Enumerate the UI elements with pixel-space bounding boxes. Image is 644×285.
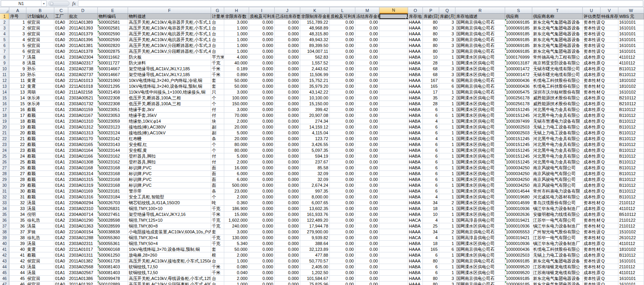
cell[interactable]: 17 xyxy=(9,113,26,118)
cell[interactable]: Q xyxy=(601,223,618,229)
cell[interactable]: 11,506.99 xyxy=(300,72,330,78)
cell[interactable]: 1000069185 xyxy=(505,276,532,282)
cell[interactable]: 0.000 xyxy=(249,194,275,200)
cell[interactable] xyxy=(379,101,408,107)
cell[interactable]: 资本性设 xyxy=(583,282,601,285)
cell[interactable] xyxy=(379,153,408,159)
cell[interactable]: HAAA xyxy=(408,19,423,25)
cell[interactable]: Q xyxy=(601,153,618,159)
cell[interactable]: 无锡上力电工设备有限公 xyxy=(532,130,583,136)
cell[interactable]: 青岛汉缆股份有限公司 xyxy=(532,200,583,206)
cell[interactable]: 0.00 xyxy=(355,270,379,276)
cell[interactable]: HACA xyxy=(408,217,423,223)
cell[interactable]: 388.64 xyxy=(300,241,330,247)
cell[interactable]: 2610122 xyxy=(618,235,644,241)
cell[interactable]: 河北黑牛电力金具有限公 xyxy=(532,142,583,148)
cell[interactable]: HAAA xyxy=(408,25,423,31)
cell[interactable]: 0.00 xyxy=(330,43,355,49)
row-header-44[interactable]: 44 xyxy=(0,264,9,270)
cell[interactable]: 500102889 xyxy=(98,282,128,285)
cell[interactable]: 0.040 xyxy=(224,270,249,276)
column-header-I[interactable]: I xyxy=(249,7,275,14)
cell[interactable]: 0.00 xyxy=(355,118,379,124)
cell[interactable]: HAAA xyxy=(408,78,423,83)
row-header-47[interactable]: 47 xyxy=(0,282,9,285)
cell[interactable]: 0.000 xyxy=(249,31,275,37)
cell[interactable] xyxy=(379,182,408,188)
cell[interactable]: 1 xyxy=(439,252,455,258)
cell[interactable]: B210112 xyxy=(618,95,644,101)
cell[interactable]: 1000005475 xyxy=(505,89,532,95)
cell[interactable]: 1 xyxy=(439,136,455,142)
cell[interactable]: 1 xyxy=(439,148,455,153)
cell[interactable]: 6 xyxy=(423,153,439,159)
cell[interactable]: 50.000 xyxy=(224,78,249,83)
cell[interactable]: 成本性原 xyxy=(583,66,601,72)
cell[interactable]: 1,602.000 xyxy=(224,217,249,223)
column-header-R[interactable]: R xyxy=(455,7,505,14)
cell[interactable]: 500021295 xyxy=(98,83,128,89)
cell[interactable]: Q xyxy=(601,182,618,188)
cell[interactable]: 2011A01381 xyxy=(68,43,98,49)
cell[interactable]: 孙乐 xyxy=(26,66,54,72)
cell[interactable]: 0.000 xyxy=(275,136,300,142)
cell[interactable]: 台 xyxy=(211,25,224,31)
cell[interactable]: 0.00 xyxy=(355,148,379,153)
cell[interactable]: 01A0 xyxy=(54,43,68,49)
select-all-button[interactable] xyxy=(0,7,9,14)
cell[interactable]: 高压开关柜,AC10kV,电容器开关柜,小车式,1250A xyxy=(128,25,211,31)
cell[interactable]: 0.000 xyxy=(249,235,275,241)
cell[interactable]: 0.000 xyxy=(249,212,275,217)
cell[interactable]: 500023168 xyxy=(98,171,128,177)
cell[interactable]: 成本性原 xyxy=(583,107,601,113)
cell[interactable]: 国网溧水区供电公司 xyxy=(455,212,505,217)
header-cell[interactable]: 评估类型 xyxy=(583,14,601,19)
cell[interactable]: 33 xyxy=(9,206,26,212)
cell[interactable]: 0.00 xyxy=(355,217,379,223)
header-cell[interactable]: 供应商 xyxy=(505,14,532,19)
cell[interactable]: 安徽明都电力线缆有限公 xyxy=(532,212,583,217)
cell[interactable]: 3 xyxy=(439,19,455,25)
cell[interactable]: HAAA xyxy=(408,49,423,54)
cell[interactable]: 常州德高电力工程有限公 xyxy=(532,54,583,60)
cell[interactable]: 500023162 xyxy=(98,153,128,159)
cell[interactable]: 240.000 xyxy=(224,223,249,229)
row-header-28[interactable]: 28 xyxy=(0,171,9,177)
cell[interactable]: 6 xyxy=(439,83,455,89)
cell[interactable]: 0.00 xyxy=(355,95,379,101)
cell[interactable]: 国网溧水区供电公司 xyxy=(455,66,505,72)
cell[interactable]: 高压开关柜,AC10kV,电容器开关柜,小车式,1250A xyxy=(128,19,211,25)
cell[interactable]: 罗辑 xyxy=(26,229,54,235)
cell[interactable]: 江苏南瑞银龙电缆有限公 xyxy=(532,270,583,276)
cell[interactable]: 0.00 xyxy=(355,124,379,130)
cell[interactable]: 01A0 xyxy=(54,258,68,264)
cell[interactable]: 0.00 xyxy=(330,188,355,194)
cell[interactable]: 河北黑牛电力金具有限公 xyxy=(532,136,583,142)
column-header-V[interactable]: V xyxy=(601,7,618,14)
cell[interactable]: 6 xyxy=(423,270,439,276)
cell[interactable]: 1 xyxy=(439,54,455,60)
cell[interactable]: HABA xyxy=(408,153,423,159)
cell[interactable]: 500026703 xyxy=(98,200,128,206)
cell[interactable]: 台 xyxy=(211,43,224,49)
cell[interactable]: 0.00 xyxy=(355,153,379,159)
cell[interactable]: 35,979.20 xyxy=(300,83,330,89)
cell[interactable]: HABA xyxy=(408,66,423,72)
cell[interactable]: 0.000 xyxy=(249,107,275,113)
cell[interactable]: 1000069185 xyxy=(505,31,532,37)
cell[interactable]: 0.000 xyxy=(275,194,300,200)
cell[interactable]: 国网南京供电公司石 xyxy=(455,276,505,282)
cell[interactable] xyxy=(379,188,408,194)
cell[interactable]: 0.000 xyxy=(249,148,275,153)
cell[interactable] xyxy=(379,194,408,200)
cell[interactable]: 资本性材 xyxy=(583,78,601,83)
cell[interactable]: 倪明 xyxy=(26,212,54,217)
cell[interactable]: B110112 xyxy=(618,194,644,200)
cell[interactable]: 1000009520 xyxy=(505,270,532,276)
cell[interactable]: 1000005553 xyxy=(505,229,532,235)
cell[interactable]: 国网溧水区供电公司 xyxy=(455,252,505,258)
cell[interactable]: 10 xyxy=(423,54,439,60)
cell[interactable]: 防火板 xyxy=(128,54,211,60)
cell[interactable]: 侯宜润 xyxy=(26,258,54,264)
cell[interactable]: 0.00 xyxy=(355,113,379,118)
